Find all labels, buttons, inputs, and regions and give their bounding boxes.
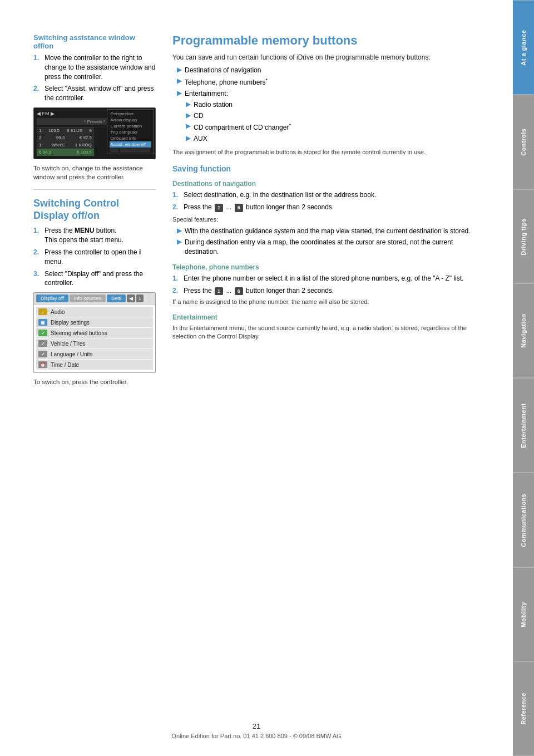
tel-step-1: 1. Enter the phone number or select it i…	[172, 274, 485, 283]
vehicle-icon: ✓	[38, 340, 47, 347]
footer: 21 Online Edition for Part no. 01 41 2 6…	[0, 722, 513, 739]
dest-step-2: 2. Press the 1 ... 6 button longer than …	[172, 203, 485, 212]
control-step-3: 3. Select "Display off" and press the co…	[33, 269, 156, 288]
switching-assistance-caption: To switch on, change to the assistance w…	[33, 164, 156, 181]
saving-function-section: Saving function Destinations of navigati…	[172, 164, 485, 341]
footer-text: Online Edition for Part no. 01 41 2 600 …	[0, 733, 513, 739]
telephone-subsection: Telephone, phone numbers 1. Enter the ph…	[172, 263, 485, 307]
switching-control-heading: Switching Control Display off/on	[33, 198, 156, 222]
time-icon: ⏰	[38, 361, 47, 368]
switching-control-section: Switching Control Display off/on 1. Pres…	[33, 198, 156, 386]
feature-cd: ▶ CD	[172, 111, 485, 121]
tab-driving-tips[interactable]: Driving tips	[513, 189, 534, 284]
entertainment-text: In the Entertainment menu, the sound sou…	[172, 324, 485, 341]
saving-function-heading: Saving function	[172, 164, 485, 173]
tab-communications[interactable]: Communications	[513, 473, 534, 567]
audio-icon: ♪	[38, 308, 47, 315]
switching-control-steps: 1. Press the MENU button.This opens the …	[33, 226, 156, 288]
special-features-list: ▶ With the destination guidance system a…	[172, 227, 485, 256]
divider-1	[33, 189, 156, 190]
side-tabs: At a glance Controls Driving tips Naviga…	[513, 0, 534, 756]
language-icon: ✓	[38, 351, 47, 357]
special-1: ▶ With the destination guidance system a…	[172, 227, 485, 236]
assignment-note: The assignment of the programmable butto…	[172, 148, 485, 156]
telephone-steps: 1. Enter the phone number or select it i…	[172, 274, 485, 296]
feature-radio: ▶ Radio station	[172, 100, 485, 110]
tab-reference[interactable]: Reference	[513, 661, 534, 756]
page-number: 21	[0, 722, 513, 730]
display-icon: ▣	[38, 319, 47, 326]
tab-navigation[interactable]: Navigation	[513, 283, 534, 378]
tab-at-a-glance[interactable]: At a glance	[513, 0, 534, 95]
feature-aux: ▶ AUX	[172, 134, 485, 144]
feature-entertainment: ▶ Entertainment:	[172, 89, 485, 99]
entertainment-subheading: Entertainment	[172, 313, 485, 321]
tab-controls[interactable]: Controls	[513, 95, 534, 189]
dest-step-1: 1. Select destination, e.g. in the desti…	[172, 190, 485, 200]
right-column: Programmable memory buttons You can save…	[172, 33, 485, 723]
switching-assistance-section: Switching assistance window off/on 1. Mo…	[33, 33, 156, 181]
intro-text: You can save and run certain functions o…	[172, 52, 485, 62]
special-features-label: Special features:	[172, 215, 485, 224]
control-step-1: 1. Press the MENU button.This opens the …	[33, 226, 156, 245]
control-screen-image: Display off Info sources Setti ◀ 1 ♪ Aud…	[33, 292, 156, 373]
tab-mobility[interactable]: Mobility	[513, 567, 534, 662]
tab-entertainment[interactable]: Entertainment	[513, 378, 534, 473]
switching-assistance-heading: Switching assistance window off/on	[33, 33, 156, 50]
feature-telephone: ▶ Telephone, phone numbers*	[172, 77, 485, 87]
programmable-memory-heading: Programmable memory buttons	[172, 33, 485, 48]
assistance-screen-image: ◀ FM ▶ ● * Presets * 1103.5S KLUS9 299.3…	[33, 107, 156, 159]
special-2: ▶ During destination entry via a map, th…	[172, 238, 485, 257]
steering-icon: ✓	[38, 330, 47, 336]
left-column: Switching assistance window off/on 1. Mo…	[33, 33, 156, 723]
step-1: 1. Move the controller to the right to c…	[33, 53, 156, 81]
telephone-note: If a name is assigned to the phone numbe…	[172, 298, 485, 306]
switching-control-caption: To switch on, press the controller.	[33, 377, 156, 386]
entertainment-subsection: Entertainment In the Entertainment menu,…	[172, 313, 485, 341]
features-list: ▶ Destinations of navigation ▶ Telephone…	[172, 66, 485, 144]
telephone-subheading: Telephone, phone numbers	[172, 263, 485, 271]
step-2: 2. Select "Assist. window off" and press…	[33, 84, 156, 103]
destinations-subsection: Destinations of navigation 1. Select des…	[172, 180, 485, 256]
switching-assistance-steps: 1. Move the controller to the right to c…	[33, 53, 156, 103]
destinations-steps: 1. Select destination, e.g. in the desti…	[172, 190, 485, 212]
destinations-subheading: Destinations of navigation	[172, 180, 485, 188]
feature-destinations: ▶ Destinations of navigation	[172, 66, 485, 75]
feature-cd-changer: ▶ CD compartment of CD changer*	[172, 122, 485, 132]
tel-step-2: 2. Press the 1 ... 6 button longer than …	[172, 286, 485, 296]
control-step-2: 2. Press the controller to open the i me…	[33, 248, 156, 267]
